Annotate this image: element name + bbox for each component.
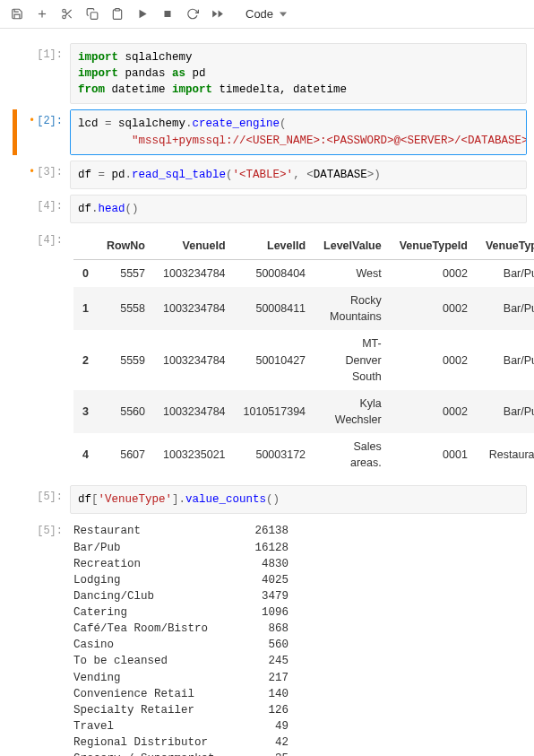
df-column-header: RowNo <box>98 232 154 260</box>
output-prompt: [5]: <box>0 519 70 537</box>
series-row: Casino560 <box>73 637 527 653</box>
series-label: Casino <box>73 637 244 653</box>
code-input[interactable]: df = pd.read_sql_table('<TABLE>', <DATAB… <box>70 161 527 189</box>
df-column-header: VenueId <box>154 232 235 260</box>
series-row: Regional Distributor42 <box>73 734 527 751</box>
table-row: 3556010032347841010517394Kyla Wechsler00… <box>73 390 534 433</box>
series-row: Catering1096 <box>73 604 527 621</box>
add-cell-button[interactable] <box>30 4 54 25</box>
series-row: To be cleansed245 <box>73 653 527 669</box>
series-value: 16128 <box>244 540 289 556</box>
df-cell: 0002 <box>391 260 477 288</box>
df-cell: Rocky Mountains <box>314 287 391 330</box>
df-cell: 0002 <box>391 287 477 330</box>
series-row: Restaurant26138 <box>73 523 527 539</box>
input-prompt: [5]: <box>0 485 70 503</box>
series-label: Grocery / Supermarket <box>73 751 244 756</box>
code-cell[interactable]: [3]:df = pd.read_sql_table('<TABLE>', <D… <box>0 161 534 189</box>
output-prompt: [4]: <box>0 229 70 247</box>
celltype-select[interactable]: Code <box>240 5 290 22</box>
dataframe-output: RowNoVenueIdLevelIdLevelValueVenueTypeId… <box>70 229 534 480</box>
df-cell: Bar/Pub <box>477 390 534 433</box>
input-prompt: [3]: <box>0 161 70 178</box>
svg-rect-8 <box>116 9 120 11</box>
series-label: To be cleansed <box>73 653 244 669</box>
svg-marker-9 <box>140 10 147 18</box>
code-cell[interactable]: [5]:df['VenueType'].value_counts() <box>0 485 534 514</box>
df-index: 4 <box>73 433 98 476</box>
output-cell: [5]: Restaurant26138Bar/Pub16128Recreati… <box>0 519 534 756</box>
series-value: 49 <box>244 718 289 734</box>
series-label: Dancing/Club <box>73 588 244 604</box>
series-label: Travel <box>73 718 244 734</box>
svg-marker-11 <box>219 10 223 17</box>
df-cell: 5557 <box>98 260 154 288</box>
cut-button[interactable] <box>56 4 79 25</box>
svg-point-3 <box>63 15 66 19</box>
df-cell: 0002 <box>391 390 477 433</box>
df-cell: Sales areas. <box>314 433 391 476</box>
restart-button[interactable] <box>181 4 204 25</box>
stop-button[interactable] <box>156 4 179 25</box>
save-icon <box>11 7 23 21</box>
df-cell: 1003235021 <box>154 433 235 476</box>
series-label: Convenience Retail <box>73 686 244 702</box>
df-column-header: LevelId <box>235 232 315 260</box>
input-prompt: [4]: <box>0 195 70 213</box>
svg-line-6 <box>65 12 67 13</box>
df-cell: 0002 <box>391 330 477 389</box>
cut-icon <box>61 7 73 21</box>
series-row: Café/Tea Room/Bistro868 <box>73 621 527 637</box>
code-input[interactable]: df['VenueType'].value_counts() <box>70 485 527 514</box>
df-cell: Bar/Pub <box>477 287 534 330</box>
df-index: 2 <box>73 330 98 389</box>
celltype-select-wrap: Code <box>231 5 290 22</box>
df-column-header: LevelValue <box>314 232 391 260</box>
run-button[interactable] <box>131 4 154 25</box>
series-value: 245 <box>244 653 289 669</box>
df-index: 0 <box>73 260 98 288</box>
series-value: 1096 <box>244 604 289 621</box>
input-prompt: [2]: <box>0 109 70 127</box>
table-row: 25559100323478450010427MT- Denver South0… <box>73 330 534 389</box>
df-cell: Restaurant <box>477 433 534 476</box>
save-button[interactable] <box>5 4 29 25</box>
code-cell[interactable]: [2]:lcd = sqlalchemy.create_engine( "mss… <box>0 109 534 154</box>
series-value: 4025 <box>244 572 289 588</box>
code-input[interactable]: lcd = sqlalchemy.create_engine( "mssql+p… <box>70 109 527 154</box>
df-column-header <box>73 232 98 260</box>
fast-forward-icon <box>211 7 224 21</box>
series-value: 42 <box>244 734 289 751</box>
code-input[interactable]: import sqlalchemy import pandas as pd fr… <box>70 43 527 104</box>
df-cell: 0001 <box>391 433 477 476</box>
code-input[interactable]: df.head() <box>70 195 527 223</box>
code-cell[interactable]: [1]:import sqlalchemy import pandas as p… <box>0 43 534 104</box>
stop-icon <box>161 7 174 21</box>
series-row: Recreation4830 <box>73 556 527 572</box>
series-label: Vending <box>73 670 244 686</box>
df-cell: MT- Denver South <box>314 330 391 389</box>
toolbar: Code <box>0 0 534 29</box>
df-cell: 5558 <box>98 287 154 330</box>
series-label: Recreation <box>73 556 244 572</box>
paste-button[interactable] <box>106 4 129 25</box>
svg-line-5 <box>68 15 71 18</box>
code-cell[interactable]: [4]:df.head() <box>0 195 534 223</box>
df-cell: 1003234784 <box>154 330 235 389</box>
series-label: Bar/Pub <box>73 540 244 556</box>
series-label: Specialty Retailer <box>73 702 244 718</box>
df-cell: 5560 <box>98 390 154 433</box>
copy-button[interactable] <box>81 4 104 25</box>
selection-indicator <box>13 109 17 154</box>
df-cell: 50008404 <box>235 260 315 288</box>
series-label: Lodging <box>73 572 244 588</box>
df-cell: 5607 <box>98 433 154 476</box>
series-value: 4830 <box>244 556 289 572</box>
fast-forward-button[interactable] <box>206 4 229 25</box>
series-label: Café/Tea Room/Bistro <box>73 621 244 637</box>
svg-rect-7 <box>90 13 98 20</box>
series-row: Lodging4025 <box>73 572 527 588</box>
series-row: Dancing/Club3479 <box>73 588 527 604</box>
df-cell: Bar/Pub <box>477 330 534 389</box>
df-index: 3 <box>73 390 98 433</box>
